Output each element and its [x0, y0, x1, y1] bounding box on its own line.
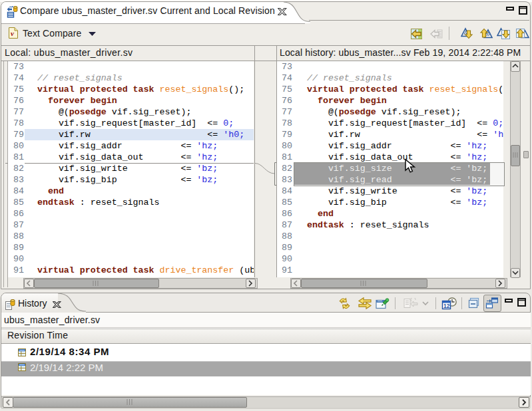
- svg-text:12: 12: [443, 303, 450, 309]
- svg-text:v: v: [11, 29, 14, 37]
